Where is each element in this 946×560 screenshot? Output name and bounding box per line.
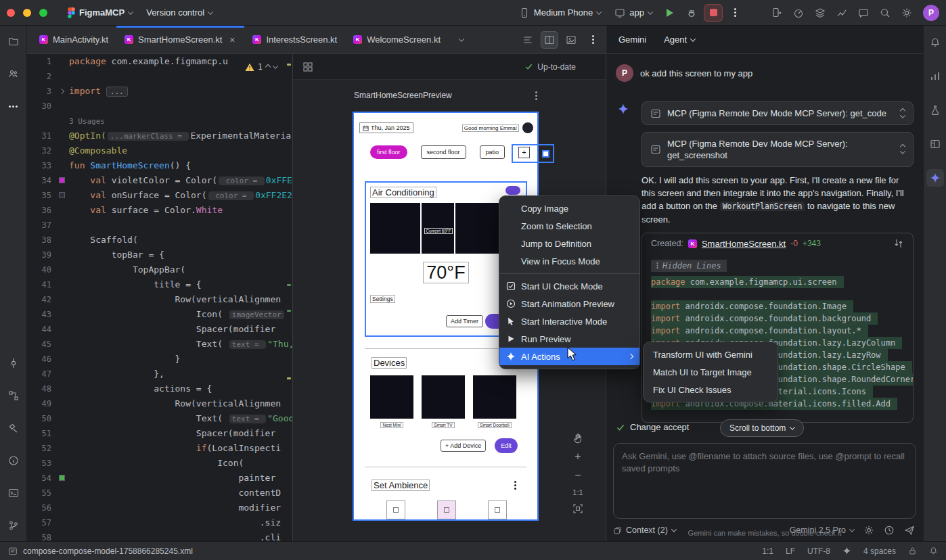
prev-issue-icon[interactable] [265,64,271,70]
settings-button[interactable] [897,4,916,22]
device-card[interactable]: Smart TV [422,375,465,428]
add-device-button[interactable]: + Add Device [441,440,486,452]
preview-options-icon[interactable] [535,95,537,97]
editor-line[interactable]: 45 Text( text = "Thu, [27,337,292,352]
editor-line[interactable]: 56 modifier [27,500,292,515]
scroll-to-bottom-button[interactable]: Scroll to bottom [720,419,804,437]
build-variants-button[interactable] [811,4,830,22]
context-menu-item[interactable]: Copy Image [499,200,639,217]
context-menu-item[interactable]: Start UI Check Mode [499,277,639,295]
editor-line[interactable]: 32@Composable [27,143,292,158]
editor-line[interactable]: 36 val surface = Color.White [27,203,292,218]
selection-resize-handle[interactable] [542,150,549,158]
usages-lens[interactable]: 3 Usages [69,117,105,126]
editor-line[interactable]: 3import ... [27,84,292,99]
editor-line[interactable]: 41 title = { [27,277,292,292]
app-quality-insights-button[interactable] [926,101,944,119]
vcs-widget[interactable]: Version control [141,5,218,20]
editor-line[interactable]: 57 .siz [27,515,292,530]
project-tool-button[interactable] [5,32,22,50]
ambience-swatch[interactable] [437,500,456,519]
tab-gemini[interactable]: Gemini [618,34,646,45]
tab-welcomescreen[interactable]: WelcomeScreen.kt [345,26,449,53]
close-tab-icon[interactable] [228,36,236,44]
device-card[interactable]: Smart Doorbell [473,375,516,428]
editor-line[interactable]: 3 Usages [27,114,292,129]
submenu-item[interactable]: Match UI to Target Image [644,363,778,381]
context-menu-item[interactable]: View in Focus Mode [499,252,639,270]
ambience-swatch[interactable] [488,500,507,519]
editor-line[interactable]: 58 .cli [27,530,292,541]
fold-icon[interactable] [59,89,64,94]
context-menu-item[interactable]: Start Animation Preview [499,295,639,312]
editor-line[interactable]: 51 Spacer(modifier [27,426,292,441]
editor-line[interactable]: 53 Icon( [27,456,292,471]
device-selector[interactable]: Medium Phone [514,5,606,21]
color-swatch[interactable] [59,192,65,198]
context-menu-item[interactable]: Jump to Definition [499,235,639,252]
encoding[interactable]: UTF-8 [807,546,830,556]
ac-toggle[interactable] [505,186,520,195]
date-chip[interactable]: Thu, Jan 2025 [359,122,413,133]
editor-line[interactable]: 35 val onSurface = Color( color = 0xFF2E… [27,188,292,203]
editor-line[interactable]: 50 Text( text = "Good [27,411,292,426]
device-card[interactable]: Nest Mini [370,375,413,428]
project-widget[interactable]: FigmaMCP [62,5,138,21]
terminal-tool-button[interactable] [5,484,22,502]
preview-layout-icon[interactable] [302,62,313,72]
editor-line[interactable]: 48 actions = { [27,381,292,396]
version-control-tool-button[interactable] [5,517,22,534]
editor-line[interactable]: 38 Scaffold( [27,233,292,248]
profiler-tool-button[interactable] [926,68,944,85]
problems-tool-button[interactable] [5,452,22,469]
expand-icon[interactable] [901,145,905,154]
next-issue-icon[interactable] [273,63,278,68]
tab-interestsscreen[interactable]: InterestsScreen.kt [244,26,345,53]
caret-position[interactable]: 1:1 [762,546,773,556]
edit-devices-button[interactable]: Edit [495,438,518,453]
notifications-button[interactable] [926,34,944,51]
debug-button[interactable] [682,4,701,22]
layout-inspector-button[interactable] [926,135,944,153]
editor-options-button[interactable] [584,31,602,49]
design-view-button[interactable] [562,31,580,49]
hidden-tabs-chevron-icon[interactable] [459,36,464,41]
editor-line[interactable]: 54 painter [27,471,292,486]
zoom-in-button[interactable] [575,450,581,463]
more-run-actions-button[interactable] [725,4,744,22]
split-view-button[interactable] [541,31,558,49]
status-message[interactable]: compose-compose-model-1758866285245.xml [23,546,193,556]
editor-line[interactable]: 30 [27,99,292,114]
mcp-tool-card[interactable]: MCP (Figma Remote Dev Mode MCP Server): … [641,101,914,125]
floor-tab[interactable]: patio [480,145,505,159]
add-timer-button[interactable]: Add Timer [446,315,483,327]
editor-line[interactable]: 40 TopAppBar( [27,262,292,277]
maximize-window-button[interactable] [39,9,47,17]
context-menu-item[interactable]: Zoom to Selection [499,217,639,235]
gemini-prompt-input[interactable]: Ask Gemini, use @filename to attach sour… [613,443,916,519]
zoom-to-fit-icon[interactable] [572,503,583,514]
profiler-button[interactable] [789,4,808,22]
editor-line[interactable]: 43 Icon( imageVector [27,307,292,322]
editor-line[interactable]: 39 topBar = { [27,248,292,262]
floor-tab[interactable]: first floor [370,145,407,159]
app-insights-button[interactable] [832,4,851,22]
hidden-lines-chip[interactable]: Hidden Lines [651,260,727,272]
user-avatar[interactable] [522,122,533,133]
inspections-widget[interactable]: 1 [241,58,281,76]
ambience-swatch[interactable] [386,500,405,519]
submenu-item[interactable]: Transform UI with Gemini [644,346,778,363]
minimize-window-button[interactable] [23,9,31,17]
stop-button[interactable] [704,4,723,22]
ai-sparkle-icon[interactable] [842,546,851,555]
profile-avatar[interactable]: P [923,5,939,21]
build-tool-button[interactable] [5,419,22,437]
editor-line[interactable]: 31@OptIn(...markerClass = ExperimentalMa… [27,129,292,143]
zoom-level[interactable]: 1:1 [572,488,583,496]
structure-tool-button[interactable] [5,387,22,404]
color-swatch[interactable] [59,177,65,183]
editor-line[interactable]: 55 contentD [27,486,292,500]
open-diff-icon[interactable] [893,238,904,249]
mcp-tool-card[interactable]: MCP (Figma Remote Dev Mode MCP Server): … [641,132,914,167]
search-everywhere-button[interactable] [876,4,895,22]
